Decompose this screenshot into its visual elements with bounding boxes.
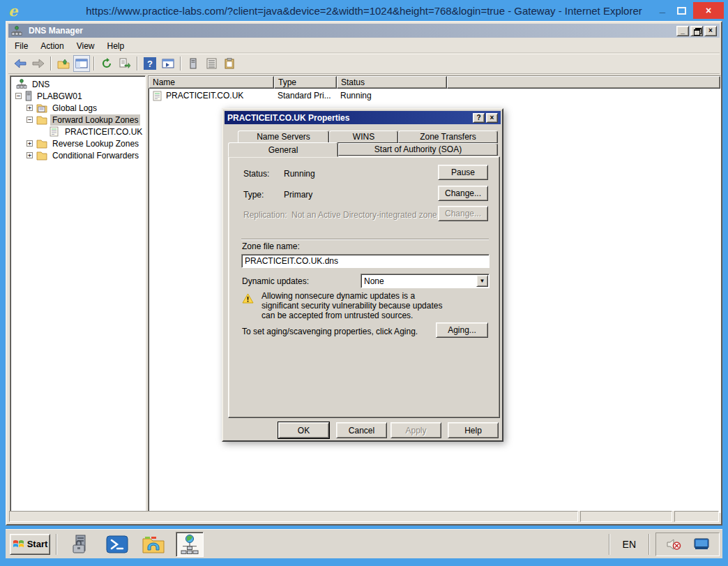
volume-muted-icon[interactable] xyxy=(666,538,681,551)
pause-button[interactable]: Pause xyxy=(438,165,488,180)
change-type-button[interactable]: Change... xyxy=(438,186,488,201)
dns-close-button[interactable]: × xyxy=(704,26,717,36)
status-bar-message xyxy=(9,511,578,522)
status-bar-pane xyxy=(580,511,672,522)
status-bar-pane xyxy=(674,511,719,522)
taskbar-separator xyxy=(609,534,610,555)
zone-name-cell: PRACTICEIT.CO.UK xyxy=(166,91,243,100)
dialog-help-button[interactable]: ? xyxy=(473,113,485,123)
folder-icon xyxy=(36,150,47,161)
tab-zone-transfers[interactable]: Zone Transfers xyxy=(398,131,498,143)
windows-explorer-icon[interactable] xyxy=(139,532,167,557)
tree-node-plabgw01[interactable]: − PLABGW01 xyxy=(10,90,145,102)
back-icon[interactable] xyxy=(12,55,29,72)
ie-close-button[interactable]: × xyxy=(693,2,724,19)
start-button[interactable]: Start xyxy=(10,534,50,555)
refresh-icon[interactable] xyxy=(98,55,115,72)
taskbar-separator xyxy=(56,534,57,555)
status-bar xyxy=(9,511,719,522)
expand-icon[interactable]: + xyxy=(26,140,33,147)
dns-manager-titlebar[interactable]: DNS Manager _ × xyxy=(8,24,720,38)
tree-label: Forward Lookup Zones xyxy=(50,114,140,126)
general-tab-page: Status: Running Pause Type: Primary Chan… xyxy=(228,156,500,418)
separator xyxy=(241,239,489,240)
clipboard-icon[interactable] xyxy=(221,55,238,72)
toolbar: ? xyxy=(8,54,720,74)
menu-view[interactable]: View xyxy=(70,40,101,52)
tab-wins[interactable]: WINS xyxy=(329,131,398,143)
dynamic-updates-label: Dynamic updates: xyxy=(242,276,309,286)
status-label: Status: xyxy=(243,169,269,179)
tree-node-practiceit-zone[interactable]: PRACTICEIT.CO.UK xyxy=(10,126,145,137)
menu-bar: File Action View Help xyxy=(8,39,720,53)
console-tree-panel: DNS − PLABGW01 + Glo xyxy=(10,75,146,513)
tree-node-reverse-lookup-zones[interactable]: + Reverse Lookup Zones xyxy=(10,137,145,149)
expand-icon[interactable]: + xyxy=(26,152,33,158)
export-list-icon[interactable] xyxy=(116,55,133,72)
ie-maximize-button[interactable] xyxy=(677,7,686,15)
server-manager-icon[interactable] xyxy=(67,532,95,557)
tree-label: PLABGW01 xyxy=(35,91,84,102)
warning-text: Allowing nonsecure dynamic updates is a … xyxy=(261,291,453,320)
expand-icon[interactable]: + xyxy=(26,105,33,111)
dns-minimize-button[interactable]: _ xyxy=(676,26,689,36)
tree-node-forward-lookup-zones[interactable]: − Forward Lookup Zones xyxy=(10,114,145,126)
record-list-icon[interactable] xyxy=(203,55,220,72)
help-icon[interactable]: ? xyxy=(142,55,158,72)
tree-label: DNS xyxy=(30,79,52,90)
dns-manager-taskbar-icon[interactable] xyxy=(176,532,204,557)
new-window-icon[interactable] xyxy=(160,55,176,72)
menu-file[interactable]: File xyxy=(8,40,34,52)
menu-action[interactable]: Action xyxy=(34,40,70,52)
aging-hint-text: To set aging/scavenging properties, clic… xyxy=(242,327,418,336)
dns-root-icon xyxy=(16,79,27,89)
ok-button[interactable]: OK xyxy=(278,422,329,438)
server-icon xyxy=(25,91,32,101)
powershell-icon[interactable] xyxy=(103,532,131,557)
column-header-type[interactable]: Type xyxy=(274,76,337,89)
dialog-title: PRACTICEIT.CO.UK Properties xyxy=(227,113,473,123)
dialog-close-button[interactable]: × xyxy=(486,113,498,123)
toolbar-separator xyxy=(137,57,138,70)
zone-file-name-input[interactable] xyxy=(241,254,490,268)
collapse-icon[interactable]: − xyxy=(15,93,22,99)
tab-name-servers[interactable]: Name Servers xyxy=(238,131,329,143)
aging-button[interactable]: Aging... xyxy=(436,322,488,338)
dynamic-updates-value: None xyxy=(361,276,476,286)
ie-minimize-button[interactable]: _ xyxy=(655,3,670,17)
ie-titlebar: e https://www.practice-labs.com/?client=… xyxy=(0,0,728,21)
change-replication-button[interactable]: Change... xyxy=(438,206,488,221)
dns-restore-button[interactable] xyxy=(690,26,703,36)
tab-start-of-authority[interactable]: Start of Authority (SOA) xyxy=(338,143,498,156)
dns-window-title: DNS Manager xyxy=(29,26,676,36)
dropdown-arrow-icon[interactable]: ▼ xyxy=(476,275,488,287)
column-header-name[interactable]: Name xyxy=(149,76,274,89)
zone-file-name-label: Zone file name: xyxy=(242,241,300,251)
forward-icon[interactable] xyxy=(30,55,47,72)
menu-help[interactable]: Help xyxy=(101,40,131,52)
dialog-titlebar[interactable]: PRACTICEIT.CO.UK Properties ? × xyxy=(225,111,501,124)
internet-explorer-icon: e xyxy=(8,2,17,20)
dns-server-icon[interactable] xyxy=(185,55,202,72)
collapse-icon[interactable]: − xyxy=(26,117,33,123)
tree-label: Reverse Lookup Zones xyxy=(50,138,141,149)
help-button[interactable]: Help xyxy=(448,422,499,438)
restore-icon xyxy=(694,28,700,33)
status-value: Running xyxy=(284,169,315,179)
toolbar-separator xyxy=(180,57,181,70)
tab-general[interactable]: General xyxy=(228,142,338,157)
show-console-tree-icon[interactable] xyxy=(73,55,90,72)
warning-icon xyxy=(242,293,254,304)
up-one-level-icon[interactable] xyxy=(55,55,72,72)
tree-node-dns[interactable]: DNS xyxy=(10,78,145,90)
ie-window-title: https://www.practice-labs.com/?client=ja… xyxy=(0,5,728,17)
apply-button[interactable]: Apply xyxy=(390,422,441,438)
tree-node-global-logs[interactable]: + Global Logs xyxy=(10,102,145,114)
column-header-status[interactable]: Status xyxy=(337,76,447,89)
tree-node-conditional-forwarders[interactable]: + Conditional Forwarders xyxy=(10,149,145,161)
remote-desktop-icon[interactable] xyxy=(694,538,709,551)
language-indicator[interactable]: EN xyxy=(616,539,643,550)
dynamic-updates-dropdown[interactable]: None ▼ xyxy=(361,274,490,288)
zone-list-row[interactable]: PRACTICEIT.CO.UK Standard Pri... Running xyxy=(149,89,720,102)
cancel-button[interactable]: Cancel xyxy=(336,422,387,438)
